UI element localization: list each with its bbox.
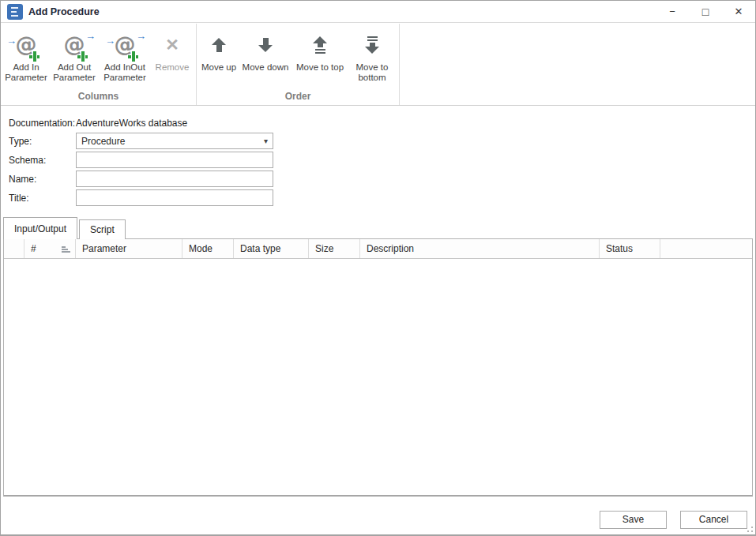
type-label: Type: — [9, 136, 32, 147]
ribbon-toolbar: @ → Add In Parameter @ → — [1, 24, 755, 106]
table-header-row: # Parameter Mode Data type Size Descript… — [4, 239, 752, 259]
column-header-data-type[interactable]: Data type — [234, 239, 309, 258]
column-header-size[interactable]: Size — [309, 239, 360, 258]
add-inout-parameter-button[interactable]: @ → → Add InOut Parameter — [100, 30, 149, 83]
add-out-parameter-button[interactable]: @ → Add Out Parameter — [50, 30, 99, 83]
type-selected-value: Procedure — [81, 136, 125, 147]
column-header-description[interactable]: Description — [360, 239, 600, 258]
tab-script[interactable]: Script — [79, 219, 126, 239]
plus-icon — [29, 51, 39, 62]
column-header-number[interactable]: # — [24, 239, 76, 258]
name-field[interactable] — [76, 171, 273, 187]
procedure-form: Documentation: AdventureWorks database T… — [1, 107, 755, 217]
name-label: Name: — [9, 174, 36, 185]
arrow-in-icon: → — [6, 36, 17, 46]
add-out-parameter-icon: @ → — [58, 30, 91, 60]
sort-ascending-icon — [62, 246, 70, 253]
title-label: Title: — [9, 193, 29, 204]
arrow-out-icon: → — [85, 31, 96, 41]
arrow-in-icon: → — [105, 36, 115, 46]
remove-icon: ✕ — [165, 30, 179, 60]
maximize-button[interactable]: □ — [689, 1, 722, 22]
save-button[interactable]: Save — [600, 511, 667, 529]
minimize-button[interactable]: − — [656, 1, 689, 22]
parameter-table-body — [4, 259, 752, 495]
schema-field[interactable] — [76, 152, 273, 168]
move-down-button[interactable]: Move down — [241, 30, 290, 83]
tab-strip: Input/Output Script — [3, 217, 126, 239]
ribbon-group-order: Move up Move down Move to top — [197, 24, 400, 105]
column-header-status[interactable]: Status — [600, 239, 660, 258]
window-controls: − □ ✕ — [656, 1, 755, 22]
cancel-button[interactable]: Cancel — [680, 511, 747, 529]
column-header-parameter[interactable]: Parameter — [76, 239, 182, 258]
type-select[interactable]: Procedure ▾ — [76, 133, 273, 149]
move-up-icon — [212, 30, 226, 60]
ribbon-group-columns: @ → Add In Parameter @ → — [1, 24, 197, 105]
add-in-parameter-icon: @ → — [9, 30, 43, 60]
column-header-filler — [660, 239, 752, 258]
parameters-table: # Parameter Mode Data type Size Descript… — [3, 238, 753, 497]
title-bar: Add Procedure − □ ✕ — [1, 1, 755, 23]
move-down-icon — [258, 30, 273, 60]
add-procedure-dialog: Add Procedure − □ ✕ @ → Add In Paramete — [0, 0, 756, 536]
window-title: Add Procedure — [28, 6, 100, 17]
move-to-bottom-button[interactable]: Move to bottom — [350, 30, 394, 83]
documentation-value: AdventureWorks database — [76, 118, 187, 129]
remove-button[interactable]: ✕ Remove — [151, 30, 194, 83]
group-label-columns: Columns — [1, 91, 196, 102]
resize-grip[interactable] — [746, 525, 753, 532]
column-header-row-indicator — [4, 239, 24, 258]
move-to-bottom-icon — [365, 30, 379, 60]
schema-label: Schema: — [9, 155, 46, 166]
plus-icon — [77, 51, 88, 62]
documentation-label: Documentation: — [9, 118, 75, 129]
column-header-mode[interactable]: Mode — [182, 239, 234, 258]
title-field[interactable] — [76, 189, 273, 206]
group-label-order: Order — [197, 91, 399, 102]
plus-icon — [128, 51, 138, 62]
move-up-button[interactable]: Move up — [198, 30, 239, 83]
move-to-top-icon — [313, 30, 327, 60]
add-in-parameter-button[interactable]: @ → Add In Parameter — [4, 30, 48, 83]
app-icon — [7, 4, 23, 20]
close-button[interactable]: ✕ — [722, 1, 755, 22]
add-inout-parameter-icon: @ → → — [108, 30, 141, 60]
move-to-top-button[interactable]: Move to top — [291, 30, 348, 83]
tab-input-output[interactable]: Input/Output — [3, 217, 77, 239]
chevron-down-icon: ▾ — [264, 137, 268, 145]
arrow-out-icon: → — [136, 31, 146, 41]
